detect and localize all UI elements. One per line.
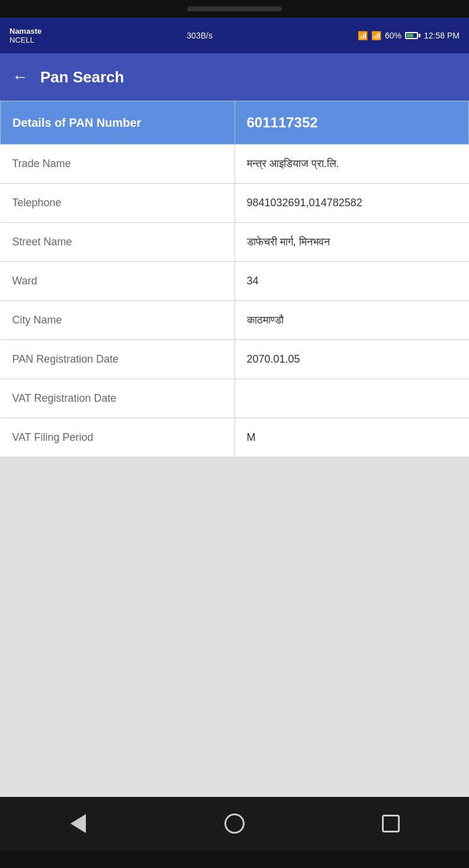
carrier-name: Namaste [9, 27, 41, 36]
pan-details-table: Details of PAN Number 601117352 Trade Na… [0, 101, 469, 457]
table-row: PAN Registration Date2070.01.05 [1, 340, 469, 379]
network-speed: 303B/s [187, 31, 213, 40]
signal-icon: 📶 [371, 31, 381, 40]
field-label: PAN Registration Date [1, 340, 235, 379]
nav-back-icon [70, 814, 86, 833]
app-title: Pan Search [40, 68, 124, 87]
nav-back-button[interactable] [60, 806, 96, 841]
field-value: काठमाण्डौ [234, 301, 469, 340]
nav-recents-button[interactable] [373, 806, 409, 841]
field-label: VAT Registration Date [1, 379, 235, 418]
field-value: 34 [234, 262, 469, 301]
table-row: Street Nameडाफेचरी मार्ग, मिनभवन [1, 223, 469, 262]
field-value: 9841032691,014782582 [234, 184, 469, 223]
table-row: Ward34 [1, 262, 469, 301]
battery-percent: 60% [385, 31, 401, 40]
field-label: Trade Name [1, 145, 235, 184]
table-row: VAT Registration Date [1, 379, 469, 418]
field-label: Street Name [1, 223, 235, 262]
back-button[interactable]: ← [12, 68, 28, 87]
bottom-spacer [0, 457, 469, 564]
nav-bar [0, 797, 469, 850]
table-header-row: Details of PAN Number 601117352 [1, 101, 469, 145]
bottom-chin [0, 850, 469, 868]
nav-home-icon [224, 813, 245, 834]
field-label: VAT Filing Period [1, 418, 235, 457]
field-value: मन्त्र आइडियाज प्रा.लि. [234, 145, 469, 184]
table-row: Telephone9841032691,014782582 [1, 184, 469, 223]
phone-frame: Namaste NCELL 303B/s 📶 📶 60% 12:58 PM ← … [0, 0, 469, 868]
field-value: 2070.01.05 [234, 340, 469, 379]
status-indicators: 📶 📶 60% 12:58 PM [358, 31, 460, 40]
wifi-icon: 📶 [358, 31, 368, 40]
field-value [234, 379, 469, 418]
battery-icon [405, 32, 420, 39]
notch-area [0, 0, 469, 18]
carrier-info: Namaste NCELL [9, 27, 41, 44]
status-bar: Namaste NCELL 303B/s 📶 📶 60% 12:58 PM [0, 18, 469, 53]
table-row: City Nameकाठमाण्डौ [1, 301, 469, 340]
app-bar: ← Pan Search [0, 53, 469, 101]
header-value: 601117352 [234, 101, 469, 145]
header-label: Details of PAN Number [1, 101, 235, 145]
field-value: डाफेचरी मार्ग, मिनभवन [234, 223, 469, 262]
field-value: M [234, 418, 469, 457]
main-content: Details of PAN Number 601117352 Trade Na… [0, 101, 469, 797]
nav-recents-icon [382, 815, 400, 832]
time-display: 12:58 PM [424, 31, 460, 40]
table-row: Trade Nameमन्त्र आइडियाज प्रा.लि. [1, 145, 469, 184]
field-label: Telephone [1, 184, 235, 223]
notch [187, 7, 282, 11]
network-name: NCELL [9, 36, 41, 44]
field-label: City Name [1, 301, 235, 340]
nav-home-button[interactable] [217, 806, 252, 841]
field-label: Ward [1, 262, 235, 301]
table-row: VAT Filing PeriodM [1, 418, 469, 457]
